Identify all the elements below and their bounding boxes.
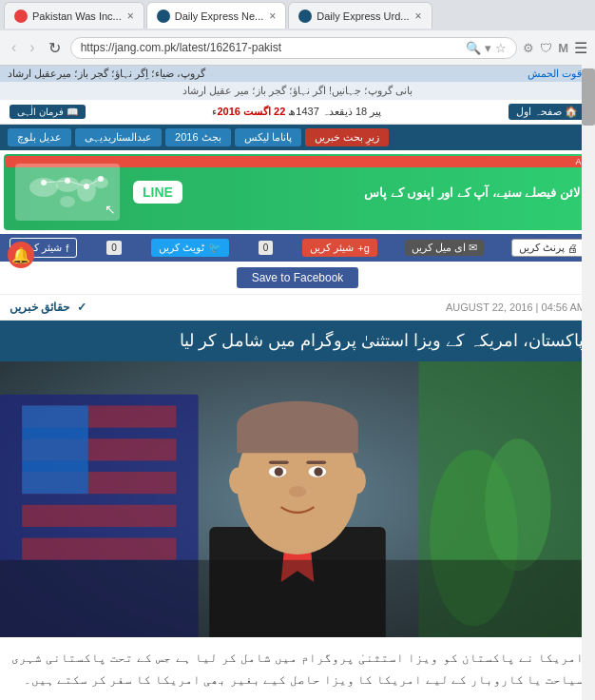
- line-logo: LINE: [133, 181, 182, 204]
- nav-panama[interactable]: پاناما لیکس: [235, 128, 301, 146]
- vpn-icon: ⚙: [523, 41, 534, 55]
- twitter-icon: 🐦: [208, 242, 221, 254]
- svg-point-33: [314, 467, 322, 476]
- date-bar: 🏠 صفحہ اول پیر 18 ذیقعدہ 1437ھ 22 اگست 2…: [0, 100, 595, 125]
- nav-bar: زیرِ بحث خبریں پاناما لیکس بجٹ 2016 عبدا…: [0, 125, 595, 150]
- tab-1[interactable]: Pakistan Was Inc... ×: [4, 2, 144, 29]
- svg-rect-39: [281, 519, 315, 541]
- bell-icon: 🔔: [11, 246, 30, 264]
- ad-map-graphic: ↖: [15, 164, 120, 221]
- article-image: [0, 361, 595, 637]
- mail-icon: M: [558, 41, 568, 55]
- nav-adilbaloch[interactable]: عدیل بلوچ: [8, 128, 71, 146]
- svg-point-32: [275, 467, 283, 476]
- article-title: پاکستان، امریکہ کے ویزا استثنیٰ پروگرام …: [0, 321, 595, 361]
- gplus-count: 0: [259, 241, 274, 255]
- tab-icon-3: [298, 10, 312, 23]
- svg-point-38: [348, 467, 366, 494]
- top-banner: یاقوت الحمش گروپ، ضیاء؛ اِگر نہاؤ؛ گجر ب…: [0, 66, 595, 82]
- date-highlight: 22 اگست 2016: [217, 106, 285, 117]
- svg-rect-29: [237, 425, 358, 453]
- star-icon: ☆: [495, 41, 507, 55]
- tab-label-2: Daily Express Ne...: [175, 10, 264, 22]
- tab-label-3: Daily Express Urd...: [317, 10, 409, 22]
- browser-chrome: Pakistan Was Inc... × Daily Express Ne..…: [0, 0, 595, 66]
- email-icon: ✉: [469, 242, 477, 254]
- tweet-button[interactable]: 🐦 ٹویٹ کریں: [151, 239, 229, 257]
- article-image-svg: [0, 361, 595, 637]
- save-bar: Save to Facebook: [0, 262, 595, 295]
- home-label: صفحہ اول: [516, 106, 562, 118]
- save-facebook-button[interactable]: Save to Facebook: [237, 267, 359, 288]
- nav-zerbakhabar[interactable]: زیرِ بحث خبریں: [305, 128, 389, 146]
- ad-banner: AD لائن فیصلے سنیے، آپ کے اور اپنوں کے پ…: [4, 154, 591, 230]
- article-body: امریکا نے پاکستان کو ویزا استثنیٰ پروگرا…: [0, 637, 595, 700]
- nav-budget[interactable]: بجٹ 2016: [165, 128, 231, 146]
- back-button[interactable]: ‹: [8, 37, 20, 58]
- print-button[interactable]: 🖨 پرنٹ کریں: [511, 239, 585, 257]
- forward-button[interactable]: ›: [26, 37, 38, 58]
- gplus-icon: g+: [357, 243, 370, 254]
- svg-rect-35: [306, 460, 326, 463]
- share-gplus-button[interactable]: g+ شیئر کریں: [302, 239, 377, 257]
- svg-rect-34: [269, 460, 289, 463]
- social-bar: 🖨 پرنٹ کریں ✉ ای میل کریں g+ شیئر کریں 0…: [0, 234, 595, 262]
- scrollbar[interactable]: [582, 65, 595, 700]
- home-icon: 🏠: [565, 106, 578, 118]
- ad-text: لائن فیصلے سنیے، آپ کے اور اپنوں کے پاس: [182, 185, 580, 200]
- svg-point-23: [485, 438, 551, 571]
- tab-bar: Pakistan Was Inc... × Daily Express Ne..…: [0, 0, 595, 30]
- tab-2[interactable]: Daily Express Ne... ×: [146, 2, 287, 29]
- email-button[interactable]: ✉ ای میل کریں: [405, 240, 484, 256]
- second-banner: بانی گروپ؛ جہانیں! اگر نہاؤ؛ گجر باز؛ می…: [0, 82, 595, 100]
- svg-rect-18: [22, 505, 176, 527]
- url-box[interactable]: https://jang.com.pk/latest/162617-pakist…: [70, 37, 518, 59]
- shield-icon: 🛡: [540, 41, 552, 55]
- check-icon: ✓: [77, 301, 86, 314]
- article-meta: AUGUST 22, 2016 | 04:56 AM ✓ حقائق خبریں: [0, 295, 595, 321]
- notification-bell[interactable]: 🔔: [8, 242, 34, 268]
- svg-rect-19: [22, 538, 176, 560]
- twitter-count: 0: [106, 241, 122, 255]
- url-icons: 🔍 ▾ ☆: [466, 41, 507, 55]
- article-date: AUGUST 22, 2016 | 04:56 AM: [446, 301, 585, 313]
- scrollbar-thumb[interactable]: [582, 68, 595, 126]
- facebook-icon: f: [66, 243, 68, 254]
- tab-3[interactable]: Daily Express Urd... ×: [288, 2, 432, 29]
- tab-close-2[interactable]: ×: [269, 10, 276, 23]
- home-button[interactable]: 🏠 صفحہ اول: [509, 104, 585, 120]
- farman-icon: 📖: [67, 107, 78, 117]
- address-bar: ‹ › ↻ https://jang.com.pk/latest/162617-…: [0, 30, 595, 65]
- tab-label-1: Pakistan Was Inc...: [32, 10, 122, 22]
- svg-point-3: [77, 179, 96, 202]
- svg-rect-40: [0, 560, 595, 637]
- menu-icon[interactable]: ☰: [574, 39, 587, 57]
- tab-close-3[interactable]: ×: [415, 10, 422, 23]
- tab-icon-1: [14, 10, 28, 23]
- second-banner-text: بانی گروپ؛ جہانیں! اگر نہاؤ؛ گجر باز؛ می…: [182, 85, 413, 96]
- page-content: یاقوت الحمش گروپ، ضیاء؛ اِگر نہاؤ؛ گجر ب…: [0, 66, 595, 700]
- top-banner-left: گروپ، ضیاء؛ اِگر نہاؤ؛ گجر باز؛ میرعقیل …: [8, 68, 205, 80]
- svg-point-37: [229, 467, 247, 494]
- tab-icon-2: [157, 10, 170, 23]
- farman-label: فرمان الٰہی: [17, 107, 64, 117]
- article-category: ✓ حقائق خبریں: [10, 301, 86, 314]
- printer-icon: 🖨: [567, 243, 578, 254]
- svg-rect-20: [22, 405, 88, 494]
- filter-icon: ▾: [485, 41, 491, 55]
- date-text: پیر 18 ذیقعدہ 1437ھ 22 اگست 2016ء: [212, 106, 381, 118]
- nav-abdulsattar[interactable]: عبدالستاریدیہی: [75, 128, 162, 146]
- reload-button[interactable]: ↻: [45, 37, 65, 59]
- url-text: https://jang.com.pk/latest/162617-pakist: [81, 41, 463, 54]
- svg-point-5: [60, 196, 75, 207]
- farman-button[interactable]: 📖 فرمان الٰہی: [10, 105, 86, 119]
- tab-close-1[interactable]: ×: [127, 10, 134, 23]
- svg-point-36: [289, 486, 307, 497]
- search-icon: 🔍: [466, 41, 481, 55]
- top-banner-right: یاقوت الحمش: [528, 68, 587, 80]
